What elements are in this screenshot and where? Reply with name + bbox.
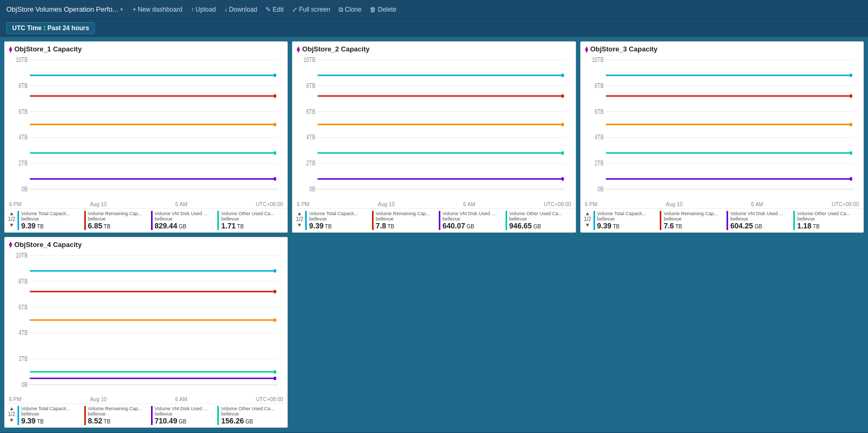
metric-sub: bellevue: [155, 216, 216, 222]
page-up-arrow[interactable]: ▲: [585, 211, 590, 216]
page-up-arrow[interactable]: ▲: [297, 211, 302, 216]
metric-sub: bellevue: [155, 411, 216, 417]
metric-sub: bellevue: [21, 411, 82, 417]
metric-unit: TB: [102, 224, 110, 229]
svg-point-21: [273, 177, 276, 181]
svg-point-42: [562, 151, 564, 155]
download-button[interactable]: ↓ Download: [221, 4, 260, 15]
page-number: 1/2: [296, 216, 303, 223]
svg-text:8TB: 8TB: [306, 82, 315, 89]
metric-sub: bellevue: [442, 216, 503, 222]
filter-icon: ⧫: [9, 46, 12, 53]
panel-3: ⧫ObjStore_3 Capacity10TB8TB6TB4TB2TB0B6 …: [580, 41, 864, 233]
new-dashboard-button[interactable]: + New dashboard: [129, 4, 185, 15]
page-down-arrow[interactable]: ▼: [585, 223, 590, 228]
metric-value: 156.26 GB: [221, 417, 282, 425]
svg-point-63: [849, 123, 852, 127]
svg-point-13: [273, 74, 276, 77]
metric-unit: TB: [36, 224, 43, 229]
page-up-arrow[interactable]: ▲: [9, 211, 14, 216]
metric-label: Volume Remaining Cap...: [376, 211, 437, 216]
page-down-arrow[interactable]: ▼: [9, 418, 14, 423]
time-label: UTC Time :: [12, 24, 46, 32]
chart-area: 10TB8TB6TB4TB2TB0B: [293, 54, 575, 201]
svg-text:2TB: 2TB: [19, 160, 28, 166]
svg-text:8TB: 8TB: [595, 82, 604, 89]
new-dashboard-label: New dashboard: [138, 6, 182, 13]
page-up-arrow[interactable]: ▲: [9, 406, 14, 411]
chart-area: 10TB8TB6TB4TB2TB0B: [5, 250, 287, 397]
dashboard-grid: ⧫ObjStore_1 Capacity10TB8TB6TB4TB2TB0B6 …: [0, 37, 868, 432]
x-axis-label: UTC+08:00: [256, 396, 283, 402]
panel-4: ⧫ObjStore_4 Capacity10TB8TB6TB4TB2TB0B6 …: [4, 237, 288, 428]
metric-sub: bellevue: [797, 216, 858, 222]
metric-item-3: Volume Other Used Ca...bellevue1.18 TB: [793, 211, 860, 230]
metric-unit: GB: [177, 419, 186, 425]
page-control: ▲ 1/2 ▼: [296, 211, 303, 228]
metric-label: Volume Total Capacit...: [21, 211, 82, 216]
metric-unit: GB: [532, 224, 541, 229]
header: ObjStore Volumes Operation Perfo... ▾ + …: [0, 0, 868, 19]
time-badge[interactable]: UTC Time : Past 24 hours: [6, 22, 95, 34]
chart-area: 10TB8TB6TB4TB2TB0B: [581, 54, 863, 201]
fullscreen-button[interactable]: ⤢ Full screen: [289, 4, 333, 15]
metric-item-3: Volume Other Used Ca...bellevue1.71 TB: [217, 211, 284, 230]
metric-item-3: Volume Other Used Ca...bellevue946.65 GB: [506, 211, 572, 230]
x-axis-label: Aug 10: [666, 201, 683, 207]
panel-1: ⧫ObjStore_1 Capacity10TB8TB6TB4TB2TB0B6 …: [4, 41, 288, 233]
panel-header: ⧫ObjStore_2 Capacity: [293, 42, 575, 54]
metric-unit: GB: [465, 224, 474, 229]
svg-text:0B: 0B: [22, 185, 28, 192]
metric-label: Volume VM Disk Used ...: [730, 211, 791, 216]
metric-value: 604.25 GB: [730, 222, 791, 230]
dashboard-title: ObjStore Volumes Operation Perfo... ▾: [6, 5, 123, 13]
svg-text:4TB: 4TB: [19, 329, 28, 336]
page-down-arrow[interactable]: ▼: [297, 223, 302, 228]
metric-label: Volume Remaining Cap...: [88, 406, 149, 411]
x-axis-label: 6 PM: [9, 396, 21, 402]
delete-button[interactable]: 🗑 Delete: [367, 4, 400, 15]
svg-text:6TB: 6TB: [19, 303, 28, 310]
page-down-arrow[interactable]: ▼: [9, 223, 14, 228]
metric-unit: GB: [753, 224, 762, 229]
svg-text:10TB: 10TB: [592, 56, 604, 63]
metric-unit: TB: [102, 419, 110, 425]
metric-value: 946.65 GB: [509, 222, 570, 230]
x-axis-labels: 6 PMAug 106 AMUTC+08:00: [293, 201, 575, 207]
svg-point-61: [849, 94, 852, 98]
metric-sub: bellevue: [88, 216, 149, 222]
metric-sub: bellevue: [309, 216, 370, 222]
metric-unit: TB: [386, 224, 394, 229]
x-axis-label: 6 AM: [463, 201, 475, 207]
metric-sub: bellevue: [88, 411, 149, 417]
x-axis-label: 6 PM: [585, 201, 597, 207]
svg-text:4TB: 4TB: [306, 134, 315, 140]
panel-header: ⧫ObjStore_1 Capacity: [5, 42, 287, 54]
svg-point-59: [849, 74, 852, 77]
delete-label: Delete: [378, 6, 396, 13]
clone-label: Clone: [345, 6, 361, 13]
page-control: ▲ 1/2 ▼: [8, 406, 15, 423]
time-value: Past 24 hours: [47, 24, 89, 32]
title-chevron-icon[interactable]: ▾: [120, 6, 123, 12]
chart-svg: 10TB8TB6TB4TB2TB0B: [297, 56, 571, 200]
metric-item-0: Volume Total Capacit...bellevue9.39 TB: [305, 211, 372, 230]
x-axis-label: Aug 10: [90, 396, 107, 402]
svg-point-65: [849, 151, 852, 155]
metric-label: Volume Other Used Ca...: [221, 211, 282, 216]
metric-item-3: Volume Other Used Ca...bellevue156.26 GB: [217, 406, 284, 425]
metric-label: Volume Total Capacit...: [21, 406, 82, 411]
metric-value: 829.44 GB: [155, 222, 216, 230]
panel-header: ⧫ObjStore_4 Capacity: [5, 237, 287, 250]
svg-text:4TB: 4TB: [595, 134, 604, 140]
metric-sub: bellevue: [376, 216, 437, 222]
svg-point-88: [273, 370, 276, 374]
metric-unit: TB: [236, 224, 244, 229]
clone-button[interactable]: ⧉ Clone: [335, 4, 365, 15]
edit-button[interactable]: ✎ Edit: [262, 4, 287, 15]
svg-text:6TB: 6TB: [19, 108, 28, 114]
svg-text:10TB: 10TB: [16, 56, 28, 63]
filter-icon: ⧫: [9, 241, 12, 248]
clone-icon: ⧉: [339, 6, 343, 13]
upload-button[interactable]: ↑ Upload: [188, 4, 219, 15]
